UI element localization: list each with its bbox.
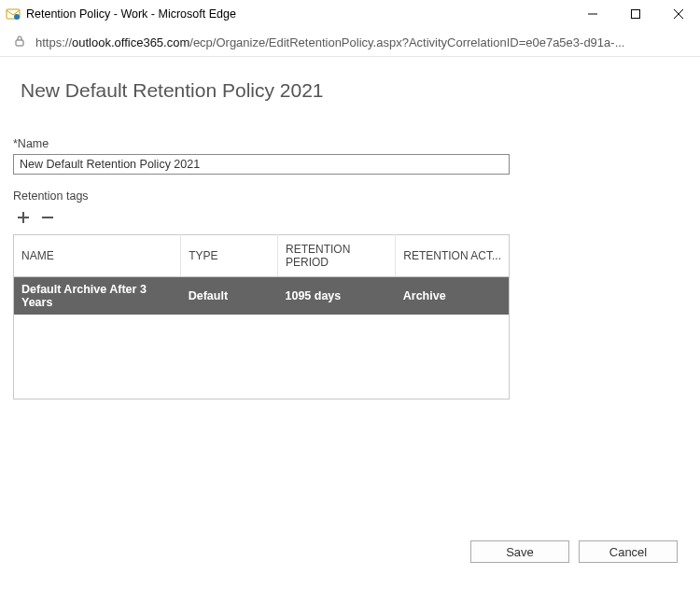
- grid-header-row: NAME TYPE RETENTION PERIOD RETENTION ACT…: [14, 235, 510, 277]
- cell-name: Default Archive After 3 Years: [14, 277, 181, 316]
- svg-rect-3: [632, 10, 640, 19]
- app-icon: [6, 7, 21, 21]
- grid-empty-area: [14, 315, 510, 399]
- window-title: Retention Policy - Work - Microsoft Edge: [26, 7, 236, 21]
- maximize-button[interactable]: [614, 0, 657, 28]
- url-host: outlook.office365.com: [72, 35, 189, 49]
- column-header-type[interactable]: TYPE: [181, 235, 278, 277]
- minimize-button[interactable]: [571, 0, 614, 28]
- table-row[interactable]: Default Archive After 3 Years Default 10…: [14, 277, 510, 316]
- svg-rect-6: [16, 40, 23, 46]
- plus-icon: [16, 210, 31, 228]
- cell-action: Archive: [396, 277, 510, 316]
- save-button[interactable]: Save: [470, 540, 569, 563]
- cell-type: Default: [181, 277, 278, 316]
- column-header-period[interactable]: RETENTION PERIOD: [277, 235, 395, 277]
- retention-tags-grid[interactable]: NAME TYPE RETENTION PERIOD RETENTION ACT…: [13, 234, 510, 400]
- lock-icon: [13, 35, 26, 50]
- page-title: New Default Retention Policy 2021: [21, 79, 687, 102]
- column-header-action[interactable]: RETENTION ACT...: [396, 235, 510, 277]
- page-body: New Default Retention Policy 2021 *Name …: [0, 57, 700, 400]
- add-tag-button[interactable]: [15, 210, 32, 227]
- name-input[interactable]: [13, 154, 510, 175]
- url-text: https://outlook.office365.com/ecp/Organi…: [35, 35, 691, 49]
- svg-point-1: [14, 14, 20, 20]
- cancel-button[interactable]: Cancel: [579, 540, 678, 563]
- minus-icon: [40, 210, 55, 228]
- address-bar[interactable]: https://outlook.office365.com/ecp/Organi…: [0, 28, 700, 56]
- url-scheme: https://: [35, 35, 72, 49]
- retention-tags-label: Retention tags: [13, 189, 687, 203]
- tags-toolbar: [13, 210, 687, 227]
- window-titlebar: Retention Policy - Work - Microsoft Edge: [0, 0, 700, 28]
- cell-period: 1095 days: [277, 277, 395, 316]
- name-label: *Name: [13, 137, 687, 150]
- close-button[interactable]: [657, 0, 700, 28]
- remove-tag-button[interactable]: [39, 210, 56, 227]
- url-path: /ecp/Organize/EditRetentionPolicy.aspx?A…: [189, 35, 624, 49]
- window-controls: [571, 0, 700, 28]
- dialog-footer: Save Cancel: [470, 540, 678, 563]
- column-header-name[interactable]: NAME: [14, 235, 181, 277]
